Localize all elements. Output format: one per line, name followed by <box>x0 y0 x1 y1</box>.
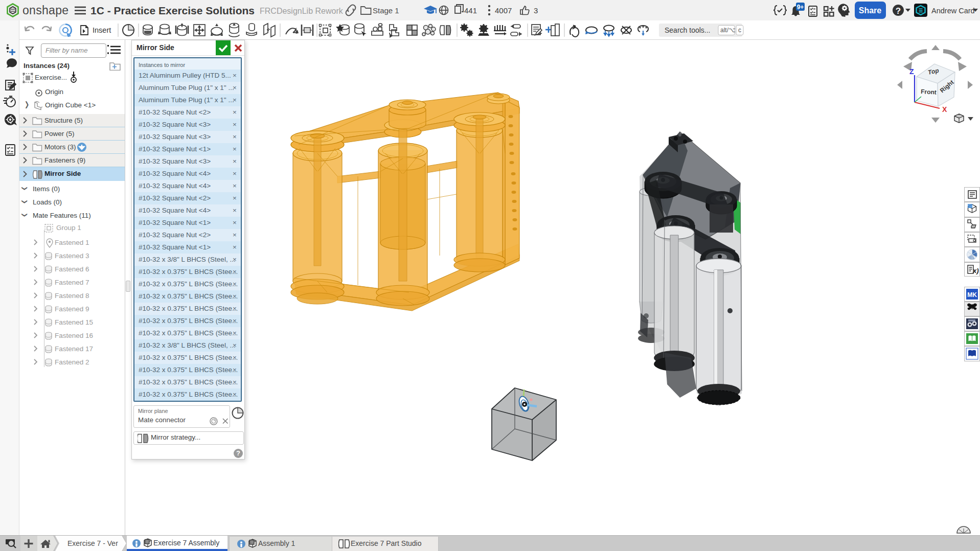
svg-text:X: X <box>942 105 947 113</box>
svg-text:Fastened 2: Fastened 2 <box>55 358 89 366</box>
svg-text:Fastened 8: Fastened 8 <box>55 292 89 300</box>
svg-text:alt/⌥: alt/⌥ <box>720 27 736 34</box>
svg-text:Fastened 6: Fastened 6 <box>55 265 89 273</box>
svg-text:Exercise 7 - Ver: Exercise 7 - Ver <box>67 539 118 547</box>
svg-text:c: c <box>738 27 741 34</box>
svg-text:Stage 1: Stage 1 <box>373 6 399 15</box>
svg-text:Z: Z <box>909 67 914 76</box>
svg-text:?: ? <box>896 6 901 16</box>
svg-text:3: 3 <box>534 6 538 15</box>
svg-text:Fastened 1: Fastened 1 <box>55 239 89 246</box>
svg-text:Fastened 7: Fastened 7 <box>55 279 89 286</box>
svg-text:FRCDesignLib Rework: FRCDesignLib Rework <box>260 7 344 15</box>
svg-text:Search tools...: Search tools... <box>665 26 711 34</box>
svg-text:Fastened 9: Fastened 9 <box>55 305 89 313</box>
svg-text:onshape: onshape <box>22 4 69 17</box>
svg-text:Share: Share <box>859 6 882 15</box>
svg-text:1C - Practice Exercise Solutio: 1C - Practice Exercise Solutions <box>90 5 255 16</box>
svg-text:Fastened 17: Fastened 17 <box>55 345 93 353</box>
svg-text:Fastened 3: Fastened 3 <box>55 252 89 260</box>
svg-text:Fastened 15: Fastened 15 <box>55 318 93 326</box>
svg-text:x): x) <box>972 267 979 274</box>
svg-text:9+: 9+ <box>797 4 804 11</box>
svg-text:MK: MK <box>967 291 977 299</box>
svg-text:441: 441 <box>464 6 477 15</box>
svg-text:4007: 4007 <box>495 6 512 15</box>
svg-text:Fastened 16: Fastened 16 <box>55 332 93 339</box>
svg-text:Andrew Card: Andrew Card <box>931 7 975 15</box>
svg-text:Front: Front <box>921 88 937 96</box>
svg-text:Insert: Insert <box>93 26 111 34</box>
